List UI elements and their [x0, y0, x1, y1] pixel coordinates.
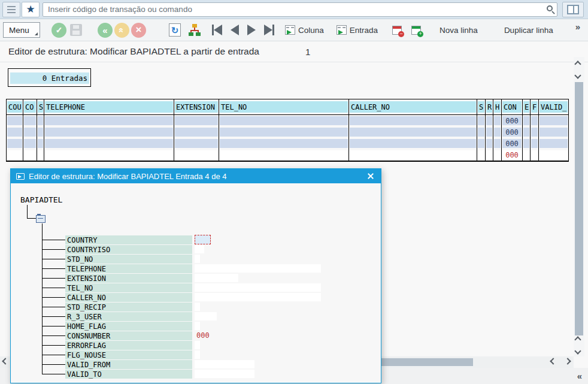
- table-cell[interactable]: [23, 115, 37, 126]
- column-header[interactable]: CON: [502, 99, 523, 114]
- table-cell[interactable]: [486, 149, 493, 161]
- list-button[interactable]: [2, 2, 20, 17]
- menu-button[interactable]: Menu: [3, 22, 40, 38]
- collapse-icon[interactable]: «: [577, 371, 582, 381]
- last-entry-button[interactable]: [264, 25, 274, 35]
- refresh-button[interactable]: ↻: [169, 23, 181, 37]
- new-line-button[interactable]: Nova linha: [440, 26, 478, 35]
- table-cell[interactable]: [44, 149, 174, 161]
- field-input[interactable]: [195, 370, 254, 378]
- table-cell[interactable]: [349, 138, 477, 149]
- table-cell[interactable]: [7, 138, 23, 149]
- toolbar-overflow-button[interactable]: »: [575, 19, 580, 32]
- favorites-button[interactable]: ★: [22, 2, 40, 17]
- table-cell[interactable]: [486, 115, 493, 126]
- table-cell[interactable]: 000: [502, 115, 523, 126]
- command-input[interactable]: [43, 2, 557, 17]
- folder-icon[interactable]: [36, 215, 46, 223]
- field-input[interactable]: [195, 274, 238, 282]
- table-cell[interactable]: [219, 115, 349, 126]
- column-header[interactable]: CALLER_NO: [349, 99, 477, 114]
- scroll-right-button[interactable]: [565, 359, 572, 366]
- field-input[interactable]: [195, 293, 321, 301]
- entries-field[interactable]: 0 Entradas: [10, 72, 89, 84]
- field-input[interactable]: [195, 255, 200, 263]
- table-cell[interactable]: [523, 115, 531, 126]
- table-cell[interactable]: [477, 138, 486, 149]
- delete-row-button[interactable]: −: [392, 26, 402, 35]
- table-cell[interactable]: [7, 149, 23, 161]
- scroll-down-button-bottom[interactable]: [575, 349, 583, 356]
- column-header[interactable]: VALID_: [539, 99, 568, 114]
- column-header[interactable]: EXTENSION: [174, 99, 219, 114]
- scroll-down-button[interactable]: [575, 73, 583, 80]
- scroll-left-button[interactable]: [3, 359, 10, 366]
- field-input-focused[interactable]: [195, 235, 211, 244]
- scroll-up-button[interactable]: [575, 62, 583, 69]
- table-cell[interactable]: [531, 138, 539, 149]
- previous-entry-button[interactable]: [231, 25, 239, 35]
- table-cell[interactable]: [477, 126, 486, 138]
- table-cell[interactable]: [174, 149, 219, 161]
- table-cell[interactable]: [44, 138, 174, 149]
- table-cell[interactable]: [37, 149, 44, 161]
- column-header[interactable]: F: [531, 99, 539, 114]
- field-value[interactable]: 000: [195, 331, 210, 340]
- column-header[interactable]: CO: [23, 99, 37, 114]
- column-header[interactable]: COU: [7, 99, 23, 114]
- table-cell[interactable]: [539, 126, 568, 138]
- table-cell[interactable]: [477, 115, 486, 126]
- table-cell[interactable]: [23, 138, 37, 149]
- scroll-up-button-bottom[interactable]: [575, 337, 583, 344]
- first-entry-button[interactable]: [212, 25, 222, 35]
- table-cell[interactable]: [531, 126, 539, 138]
- field-input[interactable]: [195, 303, 200, 311]
- column-header[interactable]: S: [477, 99, 486, 114]
- table-cell[interactable]: [539, 138, 568, 149]
- table-cell[interactable]: [493, 115, 502, 126]
- next-entry-button[interactable]: [247, 25, 256, 35]
- table-cell[interactable]: [37, 115, 44, 126]
- field-input[interactable]: [195, 360, 254, 368]
- table-cell[interactable]: [7, 115, 23, 126]
- table-cell[interactable]: [7, 126, 23, 138]
- table-cell[interactable]: [174, 138, 219, 149]
- exit-button[interactable]: «: [114, 23, 129, 38]
- field-input[interactable]: [195, 264, 321, 273]
- enter-button[interactable]: ✓: [51, 23, 66, 38]
- table-cell[interactable]: [349, 115, 477, 126]
- entry-button[interactable]: Entrada: [337, 25, 378, 35]
- field-input[interactable]: [195, 245, 204, 253]
- dialog-close-button[interactable]: [366, 171, 375, 181]
- field-input[interactable]: [195, 312, 217, 320]
- dialog-titlebar[interactable]: Editor de estrutura: Modificar BAPIADTEL…: [11, 169, 381, 183]
- table-cell[interactable]: [531, 149, 539, 161]
- table-cell[interactable]: [493, 138, 502, 149]
- table-cell[interactable]: [477, 149, 486, 161]
- table-cell[interactable]: [37, 126, 44, 138]
- table-cell[interactable]: [523, 138, 531, 149]
- back-button[interactable]: «: [98, 23, 113, 38]
- table-cell[interactable]: [349, 126, 477, 138]
- horizontal-scroll-thumb[interactable]: [381, 358, 473, 366]
- table-cell[interactable]: [174, 115, 219, 126]
- column-button[interactable]: Coluna: [285, 25, 324, 35]
- vertical-scrollbar[interactable]: [574, 57, 584, 356]
- table-cell[interactable]: [523, 149, 531, 161]
- field-input[interactable]: [195, 322, 200, 330]
- table-cell[interactable]: [23, 126, 37, 138]
- column-header[interactable]: S: [37, 99, 44, 114]
- duplicate-line-button[interactable]: Duplicar linha: [504, 26, 553, 35]
- hierarchy-button[interactable]: [189, 24, 201, 36]
- table-cell[interactable]: [219, 149, 349, 161]
- table-cell[interactable]: [219, 138, 349, 149]
- table-cell[interactable]: [539, 149, 568, 161]
- column-header[interactable]: TELEPHONE: [44, 99, 174, 114]
- field-input[interactable]: [195, 283, 321, 292]
- insert-row-button[interactable]: +: [411, 26, 421, 35]
- save-button[interactable]: [70, 24, 82, 36]
- table-cell[interactable]: 000: [502, 126, 523, 138]
- scroll-left-button-right[interactable]: [551, 359, 558, 366]
- panes-button[interactable]: [562, 2, 584, 17]
- column-header[interactable]: E: [523, 99, 531, 114]
